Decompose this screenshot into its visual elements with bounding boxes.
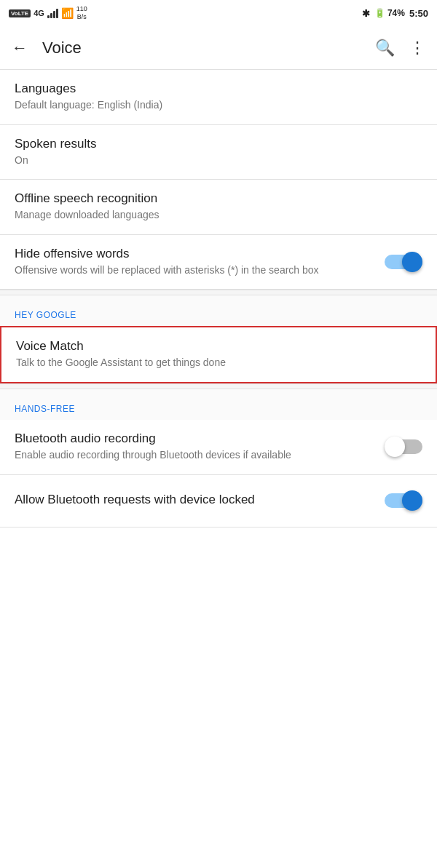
voice-match-text: Voice Match Talk to the Google Assistant… bbox=[16, 339, 421, 370]
section-header-hey-google: HEY GOOGLE bbox=[0, 295, 437, 326]
settings-item-hide-offensive[interactable]: Hide offensive words Offensive words wil… bbox=[0, 235, 437, 290]
bluetooth-requests-title: Allow Bluetooth requests with device loc… bbox=[15, 493, 376, 507]
hide-offensive-toggle[interactable] bbox=[385, 252, 422, 272]
toggle-thumb bbox=[402, 252, 422, 272]
bluetooth-requests-text: Allow Bluetooth requests with device loc… bbox=[15, 493, 385, 509]
languages-title: Languages bbox=[15, 81, 414, 96]
network-type: 4G bbox=[34, 9, 44, 17]
offline-speech-subtitle: Manage downloaded languages bbox=[15, 208, 414, 223]
battery-level: 🔋 74% bbox=[374, 8, 405, 18]
volte-badge: VoLTE bbox=[9, 9, 31, 17]
signal-bars bbox=[47, 8, 58, 18]
page-title: Voice bbox=[42, 39, 375, 57]
spoken-results-title: Spoken results bbox=[15, 137, 414, 151]
spoken-results-text: Spoken results On bbox=[15, 137, 422, 168]
settings-item-spoken-results[interactable]: Spoken results On bbox=[0, 125, 437, 180]
settings-list: Languages Default language: English (Ind… bbox=[0, 70, 437, 527]
hide-offensive-title: Hide offensive words bbox=[15, 247, 376, 261]
search-icon[interactable]: 🔍 bbox=[375, 39, 395, 57]
settings-item-bluetooth-requests[interactable]: Allow Bluetooth requests with device loc… bbox=[0, 475, 437, 527]
bluetooth-requests-toggle[interactable] bbox=[385, 490, 422, 511]
more-options-icon[interactable]: ⋮ bbox=[409, 39, 425, 57]
voice-match-title: Voice Match bbox=[16, 339, 412, 354]
bluetooth-audio-toggle[interactable] bbox=[385, 437, 422, 457]
section-divider-hands-free bbox=[0, 383, 437, 389]
hide-offensive-text: Hide offensive words Offensive words wil… bbox=[15, 247, 385, 278]
app-bar: ← Voice 🔍 ⋮ bbox=[0, 26, 437, 70]
section-header-hands-free: HANDS-FREE bbox=[0, 389, 437, 420]
bluetooth-audio-title: Bluetooth audio recording bbox=[15, 431, 376, 446]
toggle-thumb-off bbox=[385, 437, 405, 457]
settings-item-offline-speech[interactable]: Offline speech recognition Manage downlo… bbox=[0, 180, 437, 235]
status-bar: VoLTE 4G 📶 110B/s ✱ 🔋 74% 5:50 bbox=[0, 0, 437, 26]
bluetooth-audio-text: Bluetooth audio recording Enable audio r… bbox=[15, 431, 385, 463]
spoken-results-subtitle: On bbox=[15, 154, 414, 168]
languages-text: Languages Default language: English (Ind… bbox=[15, 81, 422, 113]
voice-match-subtitle: Talk to the Google Assistant to get thin… bbox=[16, 356, 412, 370]
section-divider-hey-google bbox=[0, 290, 437, 295]
hide-offensive-subtitle: Offensive words will be replaced with as… bbox=[15, 263, 376, 278]
settings-item-languages[interactable]: Languages Default language: English (Ind… bbox=[0, 70, 437, 125]
time-display: 5:50 bbox=[409, 8, 428, 19]
wifi-icon: 📶 bbox=[61, 7, 74, 19]
offline-speech-text: Offline speech recognition Manage downlo… bbox=[15, 191, 422, 223]
toggle-thumb-on2 bbox=[402, 490, 422, 511]
offline-speech-title: Offline speech recognition bbox=[15, 191, 414, 206]
bluetooth-icon: ✱ bbox=[362, 8, 370, 19]
settings-item-voice-match[interactable]: Voice Match Talk to the Google Assistant… bbox=[0, 326, 437, 383]
status-right: ✱ 🔋 74% 5:50 bbox=[362, 8, 428, 19]
languages-subtitle: Default language: English (India) bbox=[15, 98, 414, 113]
network-speed: 110B/s bbox=[76, 5, 87, 21]
bluetooth-audio-subtitle: Enable audio recording through Bluetooth… bbox=[15, 448, 376, 463]
status-left: VoLTE 4G 📶 110B/s bbox=[9, 5, 87, 21]
back-button[interactable]: ← bbox=[12, 39, 28, 57]
app-bar-actions: 🔍 ⋮ bbox=[375, 39, 425, 57]
settings-item-bluetooth-audio[interactable]: Bluetooth audio recording Enable audio r… bbox=[0, 420, 437, 475]
